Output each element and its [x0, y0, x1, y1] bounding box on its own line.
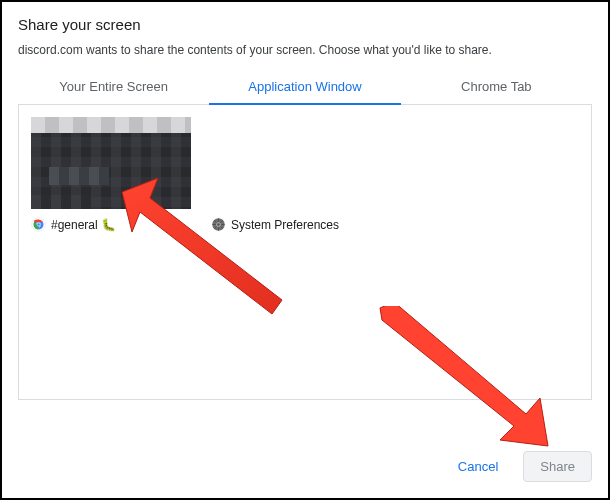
dialog-subtitle: discord.com wants to share the contents …	[18, 43, 592, 57]
dialog-title: Share your screen	[18, 16, 592, 33]
chrome-icon	[31, 217, 46, 232]
window-option-system-preferences[interactable]: System Preferences	[211, 117, 371, 232]
window-option-general[interactable]: #general 🐛	[31, 117, 191, 232]
window-label: System Preferences	[231, 218, 339, 232]
svg-point-10	[217, 223, 220, 226]
tab-bar: Your Entire Screen Application Window Ch…	[18, 71, 592, 105]
cancel-button[interactable]: Cancel	[441, 451, 515, 482]
share-button[interactable]: Share	[523, 451, 592, 482]
tab-entire-screen[interactable]: Your Entire Screen	[18, 71, 209, 104]
window-thumbnail	[31, 117, 191, 209]
dialog-footer: Cancel Share	[441, 451, 592, 482]
tab-chrome-tab[interactable]: Chrome Tab	[401, 71, 592, 104]
window-label: #general 🐛	[51, 218, 116, 232]
svg-point-3	[37, 223, 40, 226]
tab-application-window[interactable]: Application Window	[209, 71, 400, 104]
window-picker-area: #general 🐛 System Preferences	[18, 105, 592, 400]
prefs-icon	[211, 217, 226, 232]
